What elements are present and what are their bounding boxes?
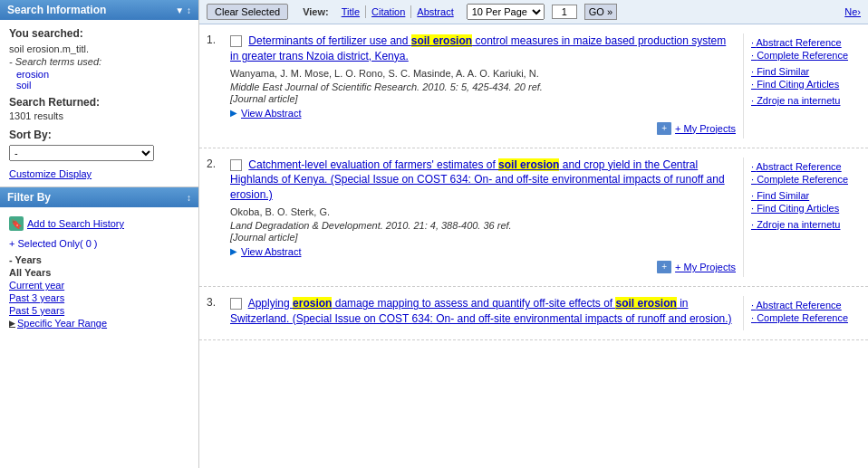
- search-query: soil erosion.m_titl.: [9, 43, 189, 54]
- view-abstract-row: ▶ View Abstract: [230, 246, 736, 257]
- next-link[interactable]: Ne›: [844, 6, 861, 17]
- search-terms-label: - Search terms used:: [9, 56, 189, 67]
- result-type: [Journal article]: [230, 93, 736, 104]
- complete-reference-link[interactable]: Complete Reference: [751, 312, 861, 323]
- result-number: 2.: [207, 158, 223, 277]
- filter-by-section: Filter By ↕ 🔖 Add to Search History + Se…: [0, 186, 198, 334]
- year-all[interactable]: All Years: [9, 267, 189, 278]
- my-projects-icon: [657, 122, 671, 135]
- tab-citation[interactable]: Citation: [366, 5, 411, 18]
- view-tabs: Title Citation Abstract: [336, 5, 459, 18]
- filter-content: 🔖 Add to Search History + Selected Only(…: [0, 207, 198, 334]
- find-citing-articles-link[interactable]: Find Citing Articles: [751, 203, 861, 214]
- table-row: 2. Catchment-level evaluation of farmers…: [199, 148, 868, 287]
- table-row: 1. Determinants of fertilizer use and so…: [199, 24, 868, 148]
- result-body: Applying erosion damage mapping to asses…: [230, 296, 736, 330]
- customize-display-link[interactable]: Customize Display: [9, 168, 189, 179]
- years-section: - Years All Years Current year Past 3 ye…: [9, 254, 189, 329]
- complete-reference-link[interactable]: Complete Reference: [751, 174, 861, 185]
- you-searched-label: You searched:: [9, 27, 189, 40]
- filter-by-header[interactable]: Filter By ↕: [0, 187, 198, 207]
- year-past5[interactable]: Past 5 years: [9, 305, 189, 316]
- result-journal: Middle East Journal of Scientific Resear…: [230, 81, 736, 92]
- result-number: 3.: [207, 296, 223, 330]
- filter-by-title: Filter By: [7, 191, 51, 204]
- view-abstract-link[interactable]: View Abstract: [241, 108, 301, 119]
- selected-only-link[interactable]: + Selected Only( 0 ): [9, 238, 189, 249]
- find-similar-link[interactable]: Find Similar: [751, 190, 861, 201]
- highlight-soil-erosion: soil erosion: [411, 34, 472, 47]
- results-count: 1301 results: [9, 110, 189, 121]
- result-sidebar-links: Abstract Reference Complete Reference Fi…: [743, 158, 861, 277]
- result-authors: Wanyama, J. M. Mose, L. O. Rono, S. C. M…: [230, 68, 736, 79]
- view-abstract-row: ▶ View Abstract: [230, 108, 736, 119]
- result-checkbox[interactable]: [230, 159, 242, 171]
- result-title: Applying erosion damage mapping to asses…: [230, 296, 736, 327]
- result-body: Determinants of fertilizer use and soil …: [230, 33, 736, 138]
- result-authors: Okoba, B. O. Sterk, G.: [230, 206, 736, 217]
- result-journal: Land Degradation & Development. 2010. 21…: [230, 220, 736, 231]
- filter-by-arrow: ↕: [187, 193, 191, 203]
- sort-select[interactable]: -: [9, 145, 154, 161]
- search-info-header[interactable]: Search Information ▼ ↕: [0, 0, 198, 20]
- page-number-input[interactable]: [552, 5, 577, 19]
- triangle-icon: ▶: [230, 246, 237, 256]
- search-term-1: erosion: [16, 69, 189, 80]
- result-number: 1.: [207, 33, 223, 138]
- find-citing-articles-link[interactable]: Find Citing Articles: [751, 79, 861, 90]
- clear-selected-button[interactable]: Clear Selected: [207, 4, 288, 20]
- result-sidebar-links: Abstract Reference Complete Reference Fi…: [743, 33, 861, 138]
- abstract-reference-link[interactable]: Abstract Reference: [751, 300, 861, 310]
- table-row: 3. Applying erosion damage mapping to as…: [199, 287, 868, 340]
- toolbar: Clear Selected View: Title Citation Abst…: [199, 0, 868, 24]
- year-past3[interactable]: Past 3 years: [9, 292, 189, 303]
- highlight-erosion: erosion: [293, 297, 332, 310]
- my-projects-link[interactable]: + My Projects: [675, 262, 736, 272]
- result-body: Catchment-level evaluation of farmers' e…: [230, 158, 736, 277]
- result-sidebar-links: Abstract Reference Complete Reference: [743, 296, 861, 330]
- tab-title[interactable]: Title: [336, 5, 366, 18]
- result-checkbox[interactable]: [230, 35, 242, 47]
- search-info-content: You searched: soil erosion.m_titl. - Sea…: [0, 20, 198, 186]
- result-title-link[interactable]: Applying erosion damage mapping to asses…: [230, 297, 732, 325]
- zdroje-link[interactable]: Zdroje na internetu: [751, 95, 861, 106]
- my-projects-link[interactable]: + My Projects: [675, 123, 736, 134]
- specific-year-range[interactable]: ▶ Specific Year Range: [9, 318, 189, 329]
- highlight-soil-erosion: soil erosion: [498, 158, 559, 171]
- results-list: 1. Determinants of fertilizer use and so…: [199, 24, 868, 468]
- search-info-title: Search Information: [7, 4, 106, 16]
- result-checkbox[interactable]: [230, 298, 242, 310]
- add-to-search-history-link[interactable]: Add to Search History: [27, 218, 124, 229]
- search-info-arrow: ▼ ↕: [175, 5, 191, 15]
- years-label: - Years: [9, 254, 189, 265]
- my-projects-icon: [657, 261, 671, 273]
- per-page-select[interactable]: 10 Per Page 20 Per Page 50 Per Page: [467, 4, 545, 20]
- sidebar: Search Information ▼ ↕ You searched: soi…: [0, 0, 199, 468]
- add-history-icon: 🔖: [9, 216, 24, 231]
- main-content: Clear Selected View: Title Citation Abst…: [199, 0, 868, 468]
- result-title-link[interactable]: Determinants of fertilizer use and soil …: [230, 34, 726, 62]
- triangle-icon: ▶: [9, 319, 15, 328]
- search-term-2: soil: [16, 80, 189, 91]
- search-returned-label: Search Returned:: [9, 96, 189, 109]
- triangle-icon: ▶: [230, 108, 237, 118]
- add-to-history-row[interactable]: 🔖 Add to Search History: [9, 213, 189, 234]
- abstract-reference-link[interactable]: Abstract Reference: [751, 37, 861, 48]
- sort-by-label: Sort By:: [9, 129, 189, 141]
- find-similar-link[interactable]: Find Similar: [751, 66, 861, 77]
- go-button[interactable]: GO »: [584, 4, 617, 20]
- result-type: [Journal article]: [230, 232, 736, 243]
- year-current[interactable]: Current year: [9, 280, 189, 291]
- my-projects-row: + My Projects: [230, 119, 736, 138]
- complete-reference-link[interactable]: Complete Reference: [751, 50, 861, 61]
- my-projects-row: + My Projects: [230, 257, 736, 277]
- highlight-soil-erosion: soil erosion: [615, 297, 676, 310]
- result-title: Determinants of fertilizer use and soil …: [230, 33, 736, 64]
- zdroje-link[interactable]: Zdroje na internetu: [751, 219, 861, 230]
- result-title-link[interactable]: Catchment-level evaluation of farmers' e…: [230, 158, 725, 202]
- view-label: View:: [303, 6, 329, 17]
- tab-abstract[interactable]: Abstract: [411, 5, 458, 18]
- abstract-reference-link[interactable]: Abstract Reference: [751, 161, 861, 172]
- view-abstract-link[interactable]: View Abstract: [241, 246, 301, 257]
- result-title: Catchment-level evaluation of farmers' e…: [230, 158, 736, 203]
